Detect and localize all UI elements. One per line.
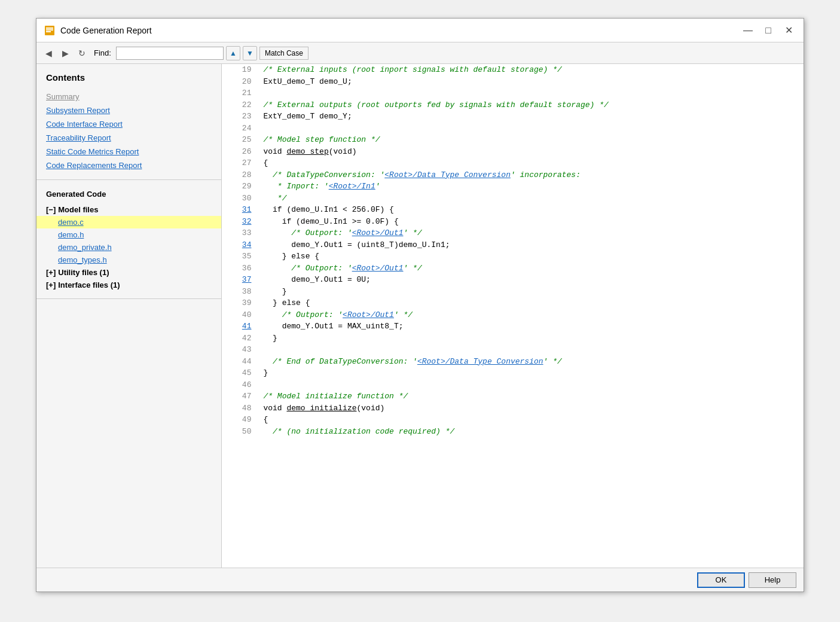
find-next-button[interactable]: ▼ bbox=[243, 46, 257, 60]
refresh-button[interactable]: ↻ bbox=[75, 46, 89, 60]
toolbar: ◀ ▶ ↻ Find: ▲ ▼ Match Case bbox=[36, 42, 804, 64]
nav-code-interface-report[interactable]: Code Interface Report bbox=[36, 117, 221, 131]
table-row: 47/* Model initialize function */ bbox=[222, 391, 804, 403]
code-line: /* External outputs (root outports fed b… bbox=[258, 99, 804, 111]
line-number: 45 bbox=[222, 367, 258, 379]
footer: OK Help bbox=[36, 568, 804, 591]
nav-traceability-report[interactable]: Traceability Report bbox=[36, 131, 221, 145]
code-line: * Inport: '<Root>/In1' bbox=[258, 181, 804, 193]
nav-static-code-metrics[interactable]: Static Code Metrics Report bbox=[36, 145, 221, 158]
generated-code-header: Generated Code bbox=[36, 187, 221, 203]
help-button[interactable]: Help bbox=[749, 572, 796, 588]
line-number: 35 bbox=[222, 251, 258, 263]
back-button[interactable]: ◀ bbox=[41, 46, 56, 60]
file-demo-private-h-link[interactable]: demo_private.h bbox=[58, 243, 112, 252]
code-line bbox=[258, 87, 804, 99]
find-prev-button[interactable]: ▲ bbox=[226, 46, 240, 60]
table-row: 43 bbox=[222, 344, 804, 356]
code-line: } bbox=[258, 367, 804, 379]
code-line: /* DataTypeConversion: '<Root>/Data Type… bbox=[258, 169, 804, 181]
line-number: 36 bbox=[222, 263, 258, 275]
utility-files-icon: [+] bbox=[46, 268, 56, 277]
file-demo-private-h[interactable]: demo_private.h bbox=[36, 241, 221, 254]
table-row: 21 bbox=[222, 87, 804, 99]
code-line: /* External inputs (root inport signals … bbox=[258, 64, 804, 76]
line-number[interactable]: 31 bbox=[222, 204, 258, 216]
table-row: 44 /* End of DataTypeConversion: '<Root>… bbox=[222, 356, 804, 368]
line-number: 23 bbox=[222, 111, 258, 123]
app-icon bbox=[44, 25, 56, 36]
table-row: 32 if (demo_U.In1 >= 0.0F) { bbox=[222, 216, 804, 228]
line-number[interactable]: 32 bbox=[222, 216, 258, 228]
line-number: 44 bbox=[222, 356, 258, 368]
minimize-button[interactable]: — bbox=[740, 25, 756, 36]
file-demo-h[interactable]: demo.h bbox=[36, 228, 221, 241]
line-number: 25 bbox=[222, 134, 258, 146]
match-case-button[interactable]: Match Case bbox=[259, 47, 308, 60]
line-number: 19 bbox=[222, 64, 258, 76]
file-demo-types-h[interactable]: demo_types.h bbox=[36, 254, 221, 266]
code-line: /* Outport: '<Root>/Out1' */ bbox=[258, 227, 804, 239]
find-input[interactable] bbox=[116, 47, 224, 60]
table-row: 20ExtU_demo_T demo_U; bbox=[222, 76, 804, 88]
code-area: 19/* External inputs (root inport signal… bbox=[222, 64, 804, 568]
maximize-button[interactable]: □ bbox=[760, 25, 776, 36]
nav-summary[interactable]: Summary bbox=[36, 90, 221, 103]
table-row: 19/* External inputs (root inport signal… bbox=[222, 64, 804, 76]
code-scroll[interactable]: 19/* External inputs (root inport signal… bbox=[222, 64, 804, 568]
code-line: { bbox=[258, 414, 804, 426]
code-line: /* End of DataTypeConversion: '<Root>/Da… bbox=[258, 356, 804, 368]
code-line: if (demo_U.In1 >= 0.0F) { bbox=[258, 216, 804, 228]
file-demo-h-link[interactable]: demo.h bbox=[58, 230, 84, 239]
table-row: 35 } else { bbox=[222, 251, 804, 263]
nav-code-replacements[interactable]: Code Replacements Report bbox=[36, 158, 221, 172]
line-number[interactable]: 41 bbox=[222, 321, 258, 333]
table-row: 40 /* Outport: '<Root>/Out1' */ bbox=[222, 309, 804, 321]
table-row: 46 bbox=[222, 379, 804, 391]
nav-subsystem-report[interactable]: Subsystem Report bbox=[36, 103, 221, 117]
line-number: 43 bbox=[222, 344, 258, 356]
file-demo-c[interactable]: demo.c bbox=[36, 216, 221, 228]
line-number: 30 bbox=[222, 193, 258, 205]
title-bar: Code Generation Report — □ ✕ bbox=[36, 19, 804, 42]
table-row: 23ExtY_demo_T demo_Y; bbox=[222, 111, 804, 123]
code-line: } bbox=[258, 333, 804, 344]
code-line: /* Model step function */ bbox=[258, 134, 804, 146]
code-line: void demo_step(void) bbox=[258, 146, 804, 158]
interface-files-label: Interface files (1) bbox=[58, 280, 120, 289]
code-line: { bbox=[258, 157, 804, 169]
table-row: 30 */ bbox=[222, 193, 804, 205]
file-demo-types-h-link[interactable]: demo_types.h bbox=[58, 255, 107, 264]
table-row: 48void demo_initialize(void) bbox=[222, 403, 804, 414]
code-line: } bbox=[258, 286, 804, 298]
code-line bbox=[258, 123, 804, 135]
line-number: 47 bbox=[222, 391, 258, 403]
file-demo-c-link[interactable]: demo.c bbox=[58, 218, 84, 227]
table-row: 50 /* (no initialization code required) … bbox=[222, 426, 804, 438]
table-row: 29 * Inport: '<Root>/In1' bbox=[222, 181, 804, 193]
table-row: 36 /* Outport: '<Root>/Out1' */ bbox=[222, 263, 804, 275]
section-divider-1 bbox=[36, 179, 221, 180]
main-area: Contents Summary Subsystem Report Code I… bbox=[36, 64, 804, 568]
line-number: 48 bbox=[222, 403, 258, 414]
ok-button[interactable]: OK bbox=[697, 572, 745, 588]
close-button[interactable]: ✕ bbox=[781, 25, 796, 36]
svg-rect-3 bbox=[46, 31, 51, 32]
table-row: 22/* External outputs (root outports fed… bbox=[222, 99, 804, 111]
line-number: 28 bbox=[222, 169, 258, 181]
table-row: 34 demo_Y.Out1 = (uint8_T)demo_U.In1; bbox=[222, 239, 804, 251]
model-files-label: Model files bbox=[58, 205, 98, 214]
utility-files-toggle[interactable]: [+] Utility files (1) bbox=[36, 266, 221, 279]
table-row: 28 /* DataTypeConversion: '<Root>/Data T… bbox=[222, 169, 804, 181]
title-bar-left: Code Generation Report bbox=[44, 25, 152, 36]
line-number[interactable]: 37 bbox=[222, 274, 258, 286]
code-line bbox=[258, 379, 804, 391]
interface-files-toggle[interactable]: [+] Interface files (1) bbox=[36, 279, 221, 291]
line-number[interactable]: 34 bbox=[222, 239, 258, 251]
code-line: ExtU_demo_T demo_U; bbox=[258, 76, 804, 88]
code-line: } else { bbox=[258, 297, 804, 309]
model-files-toggle[interactable]: [−] Model files bbox=[36, 203, 221, 216]
contents-header: Contents bbox=[36, 70, 221, 90]
table-row: 33 /* Outport: '<Root>/Out1' */ bbox=[222, 227, 804, 239]
forward-button[interactable]: ▶ bbox=[58, 46, 72, 60]
